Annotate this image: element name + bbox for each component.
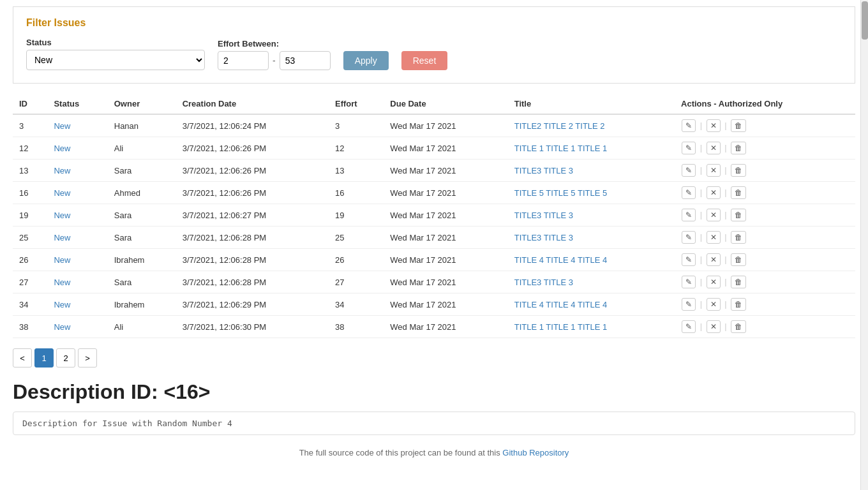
status-value: New xyxy=(54,278,70,287)
title-link[interactable]: TITLE 1 TITLE 1 TITLE 1 xyxy=(514,322,607,332)
description-title: Description ID: <16> xyxy=(13,380,855,404)
cell-creation-date: 3/7/2021, 12:06:24 PM xyxy=(176,114,329,137)
cell-title: TITLE2 TITLE 2 TITLE 2 xyxy=(508,114,675,137)
cell-creation-date: 3/7/2021, 12:06:26 PM xyxy=(176,160,329,182)
cell-id: 25 xyxy=(13,226,47,249)
cell-status: New xyxy=(47,137,107,160)
page-1-button[interactable]: 1 xyxy=(34,348,54,368)
cell-actions: ✎ | ✕ | 🗑 xyxy=(675,182,855,204)
edit-button[interactable]: ✎ xyxy=(682,276,696,288)
cancel-button[interactable]: ✕ xyxy=(707,186,721,199)
delete-button[interactable]: 🗑 xyxy=(731,119,746,132)
delete-button[interactable]: 🗑 xyxy=(731,231,746,244)
delete-button[interactable]: 🗑 xyxy=(731,298,746,311)
cancel-button[interactable]: ✕ xyxy=(707,164,721,177)
cell-status: New xyxy=(47,204,107,226)
cell-owner: Sara xyxy=(108,271,176,293)
cancel-button[interactable]: ✕ xyxy=(707,142,721,154)
delete-button[interactable]: 🗑 xyxy=(731,276,746,288)
table-row: 16 New Ahmed 3/7/2021, 12:06:26 PM 16 We… xyxy=(13,182,855,204)
cancel-button[interactable]: ✕ xyxy=(707,119,721,132)
status-value: New xyxy=(54,144,70,153)
effort-min-input[interactable] xyxy=(218,51,269,70)
title-link[interactable]: TITLE3 TITLE 3 xyxy=(514,211,573,220)
title-link[interactable]: TITLE3 TITLE 3 xyxy=(514,233,573,242)
edit-button[interactable]: ✎ xyxy=(682,209,696,221)
delete-button[interactable]: 🗑 xyxy=(731,186,746,199)
cell-creation-date: 3/7/2021, 12:06:26 PM xyxy=(176,137,329,160)
delete-button[interactable]: 🗑 xyxy=(731,209,746,221)
cell-status: New xyxy=(47,114,107,137)
action-sep-1: | xyxy=(700,121,702,130)
title-link[interactable]: TITLE3 TITLE 3 xyxy=(514,166,573,175)
cell-owner: Ahmed xyxy=(108,182,176,204)
status-value: New xyxy=(54,166,70,175)
title-link[interactable]: TITLE2 TITLE 2 TITLE 2 xyxy=(514,121,605,131)
title-link[interactable]: TITLE3 TITLE 3 xyxy=(514,278,573,287)
github-link[interactable]: Github Repository xyxy=(502,448,569,457)
action-sep-2: | xyxy=(724,210,726,219)
cell-owner: Sara xyxy=(108,160,176,182)
status-value: New xyxy=(54,233,70,242)
cell-effort: 27 xyxy=(329,271,384,293)
edit-button[interactable]: ✎ xyxy=(682,231,696,244)
cancel-button[interactable]: ✕ xyxy=(707,320,721,333)
cell-effort: 16 xyxy=(329,182,384,204)
edit-button[interactable]: ✎ xyxy=(682,320,696,333)
status-value: New xyxy=(54,322,70,332)
scrollbar[interactable] xyxy=(860,0,868,464)
cell-status: New xyxy=(47,271,107,293)
edit-button[interactable]: ✎ xyxy=(682,186,696,199)
reset-button[interactable]: Reset xyxy=(401,51,448,70)
pagination: < 1 2 > xyxy=(13,348,855,368)
cancel-button[interactable]: ✕ xyxy=(707,231,721,244)
page-2-button[interactable]: 2 xyxy=(56,348,75,368)
action-sep-1: | xyxy=(700,299,702,309)
title-link[interactable]: TITLE 4 TITLE 4 TITLE 4 xyxy=(514,255,607,265)
delete-button[interactable]: 🗑 xyxy=(731,164,746,177)
cell-title: TITLE 1 TITLE 1 TITLE 1 xyxy=(508,137,675,160)
cell-status: New xyxy=(47,249,107,271)
status-value: New xyxy=(54,211,70,220)
cell-effort: 34 xyxy=(329,293,384,316)
cancel-button[interactable]: ✕ xyxy=(707,209,721,221)
page-next-button[interactable]: > xyxy=(78,348,97,368)
cell-status: New xyxy=(47,226,107,249)
cell-title: TITLE3 TITLE 3 xyxy=(508,160,675,182)
edit-button[interactable]: ✎ xyxy=(682,298,696,311)
apply-button[interactable]: Apply xyxy=(343,51,389,70)
title-link[interactable]: TITLE 4 TITLE 4 TITLE 4 xyxy=(514,300,607,309)
cell-effort: 3 xyxy=(329,114,384,137)
title-link[interactable]: TITLE 5 TITLE 5 TITLE 5 xyxy=(514,188,607,198)
delete-button[interactable]: 🗑 xyxy=(731,142,746,154)
delete-button[interactable]: 🗑 xyxy=(731,253,746,266)
cell-status: New xyxy=(47,182,107,204)
action-sep-2: | xyxy=(724,277,726,286)
page-prev-button[interactable]: < xyxy=(13,348,32,368)
status-label: Status xyxy=(26,38,205,47)
status-value: New xyxy=(54,255,70,265)
effort-max-input[interactable] xyxy=(280,51,331,70)
cell-owner: Hanan xyxy=(108,114,176,137)
col-due-date: Due Date xyxy=(384,94,507,114)
cell-due-date: Wed Mar 17 2021 xyxy=(384,249,507,271)
delete-button[interactable]: 🗑 xyxy=(731,320,746,333)
cancel-button[interactable]: ✕ xyxy=(707,276,721,288)
edit-button[interactable]: ✎ xyxy=(682,119,696,132)
issues-table: ID Status Owner Creation Date Effort Due… xyxy=(13,94,855,338)
table-row: 12 New Ali 3/7/2021, 12:06:26 PM 12 Wed … xyxy=(13,137,855,160)
table-section: ID Status Owner Creation Date Effort Due… xyxy=(13,94,855,338)
cancel-button[interactable]: ✕ xyxy=(707,298,721,311)
action-sep-2: | xyxy=(724,143,726,152)
edit-button[interactable]: ✎ xyxy=(682,253,696,266)
cell-owner: Ali xyxy=(108,137,176,160)
edit-button[interactable]: ✎ xyxy=(682,142,696,154)
cancel-button[interactable]: ✕ xyxy=(707,253,721,266)
cell-actions: ✎ | ✕ | 🗑 xyxy=(675,249,855,271)
edit-button[interactable]: ✎ xyxy=(682,164,696,177)
cell-effort: 13 xyxy=(329,160,384,182)
status-select[interactable]: New In Progress Done Cancelled xyxy=(26,50,205,70)
title-link[interactable]: TITLE 1 TITLE 1 TITLE 1 xyxy=(514,144,607,153)
cell-effort: 26 xyxy=(329,249,384,271)
col-status: Status xyxy=(47,94,107,114)
